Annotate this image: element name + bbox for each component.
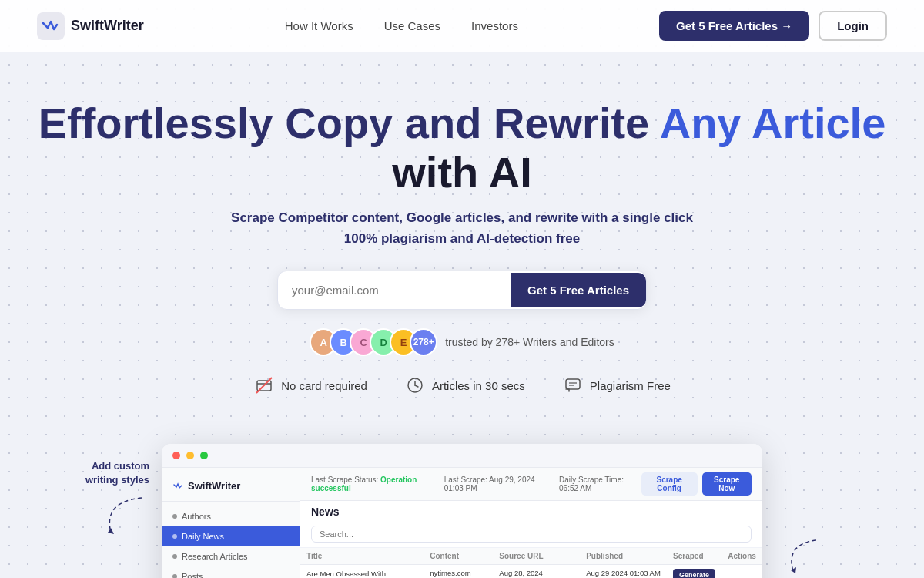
feature-speed-label: Articles in 30 secs	[432, 379, 525, 392]
app-search-input[interactable]	[311, 526, 752, 543]
app-main-content: Last Scrape Status: Operation successful…	[300, 468, 762, 578]
nav-investors[interactable]: Investors	[471, 19, 518, 32]
annotation-left-text: Add customwriting styles	[85, 459, 149, 487]
annotation-right-arrow	[778, 536, 824, 575]
last-scrape-status-label: Last Scrape Status: Operation successful	[311, 476, 434, 492]
cell-scraped-0: Aug 29 2024 01:03 AM	[580, 565, 667, 578]
social-proof-text: trusted by 278+ Writers and Editors	[445, 336, 614, 348]
sidebar-label-posts: Posts	[182, 572, 203, 578]
hero-word-effortlessly: Effortlessly	[38, 99, 286, 147]
cell-title-0: Are Men Obsessed With The Roman Empire? …	[300, 565, 393, 578]
scrape-buttons: Scrape Config Scrape Now	[641, 472, 752, 496]
social-proof: A B C D E 278+ trusted by 278+ Writers a…	[15, 328, 909, 356]
logo-text: SwiftWriter	[71, 18, 144, 34]
feature-no-card: No card required	[253, 375, 367, 396]
sidebar-item-research[interactable]: Research Articles	[162, 546, 300, 566]
sidebar-label-authors: Authors	[182, 512, 211, 521]
col-title: Title	[300, 548, 424, 565]
header-actions: Get 5 Free Articles → Login	[659, 11, 887, 41]
avatar-count: 278+	[410, 328, 437, 356]
email-signup-form: Get 5 Free Articles	[277, 271, 647, 310]
app-status: Last Scrape Status: Operation successful…	[311, 476, 641, 492]
svg-marker-11	[791, 567, 796, 573]
sidebar-label-daily: Daily News	[182, 532, 224, 541]
generate-button-0[interactable]: Generate	[673, 569, 715, 578]
status-value: Operation successful	[311, 476, 417, 492]
browser-maximize-dot	[200, 452, 208, 459]
articles-table-container: Title Content Source URL Published Scrap…	[300, 548, 762, 578]
browser-close-dot	[172, 452, 180, 459]
nav-use-cases[interactable]: Use Cases	[384, 19, 440, 32]
feature-plagiarism-label: Plagiarism Free	[590, 379, 671, 392]
svg-line-6	[415, 385, 418, 387]
hero-subtitle: Scrape Competitor content, Google articl…	[15, 207, 909, 249]
no-card-icon	[253, 375, 275, 396]
browser-bar	[162, 444, 762, 468]
sidebar-dot-research	[172, 554, 177, 559]
sidebar-dot-posts	[172, 574, 177, 578]
app-demo-window: SwiftWriter Authors Daily News Research …	[162, 444, 762, 578]
sidebar-brand: SwiftWriter	[188, 480, 240, 492]
hero-sub-line1: Scrape Competitor content, Google articl…	[231, 210, 693, 225]
app-header-bar: Last Scrape Status: Operation successful…	[300, 468, 762, 501]
header: SwiftWriter How It Works Use Cases Inves…	[0, 0, 924, 52]
col-source: Source URL	[493, 548, 580, 565]
avatars-group: A B C D E 278+	[310, 328, 437, 356]
col-content: Content	[424, 548, 493, 565]
last-scrape-time: Last Scrape: Aug 29, 2024 01:03 PM	[444, 476, 548, 492]
app-section-title: News	[300, 501, 762, 521]
app-sidebar-logo: SwiftWriter	[162, 474, 300, 502]
email-input[interactable]	[278, 271, 511, 309]
logo-icon	[37, 12, 65, 40]
sidebar-label-research: Research Articles	[182, 552, 248, 561]
sidebar-dot-daily	[172, 534, 177, 539]
hero-sub-line2: 100% plagiarism and AI-detection free	[344, 231, 580, 246]
cell-published-0: Aug 28, 2024	[493, 565, 580, 578]
annotation-left: Add customwriting styles	[38, 444, 162, 539]
col-scraped: Scraped	[667, 548, 721, 565]
scrape-now-button[interactable]: Scrape Now	[702, 472, 752, 496]
col-published: Published	[580, 548, 667, 565]
feature-articles-speed: Articles in 30 secs	[404, 375, 525, 396]
signup-button[interactable]: Get 5 Free Articles	[511, 273, 646, 307]
main-nav: How It Works Use Cases Investors	[285, 19, 518, 32]
features-row: No card required Articles in 30 secs	[15, 375, 909, 396]
annotation-left-arrow	[88, 494, 149, 540]
login-button[interactable]: Login	[819, 11, 887, 41]
browser-minimize-dot	[186, 452, 194, 459]
sidebar-item-daily-news[interactable]: Daily News	[162, 526, 300, 546]
sidebar-item-authors[interactable]: Authors	[162, 506, 300, 526]
chat-icon	[562, 375, 584, 396]
app-sidebar: SwiftWriter Authors Daily News Research …	[162, 468, 300, 578]
daily-scrape-time: Daily Scrape Time: 06:52 AM	[559, 476, 641, 492]
svg-rect-7	[566, 379, 580, 389]
sidebar-dot-authors	[172, 514, 177, 519]
cell-action-0[interactable]: Generate	[667, 565, 721, 578]
hero-word-any: Any Article	[660, 99, 886, 147]
table-row: Are Men Obsessed With The Roman Empire? …	[300, 565, 762, 578]
feature-no-card-label: No card required	[281, 379, 367, 392]
scrape-config-button[interactable]: Scrape Config	[641, 472, 698, 496]
svg-rect-0	[37, 12, 65, 40]
hero-headline: Effortlessly Copy and Rewrite Any Articl…	[15, 99, 909, 198]
logo: SwiftWriter	[37, 12, 144, 40]
svg-marker-10	[108, 528, 114, 534]
sidebar-item-posts[interactable]: Posts	[162, 566, 300, 578]
nav-how-it-works[interactable]: How It Works	[285, 19, 353, 32]
hero-line2: with AI	[392, 148, 531, 197]
screenshot-section: Add customwriting styles SwiftWriter	[0, 444, 924, 578]
search-bar-area	[300, 521, 762, 548]
app-content: SwiftWriter Authors Daily News Research …	[162, 468, 762, 578]
annotation-right: Set URL, we willscrape everyarticle, dai…	[762, 444, 886, 578]
feature-plagiarism: Plagiarism Free	[562, 375, 671, 396]
clock-icon	[404, 375, 426, 396]
hero-word-copy: Copy and Rewrite	[285, 99, 659, 147]
articles-table: Title Content Source URL Published Scrap…	[300, 548, 762, 578]
cell-source-0: nytimes.com	[424, 565, 493, 578]
hero-section: Effortlessly Copy and Rewrite Any Articl…	[0, 52, 924, 444]
header-cta-button[interactable]: Get 5 Free Articles →	[659, 11, 809, 41]
col-actions: Actions	[721, 548, 762, 565]
